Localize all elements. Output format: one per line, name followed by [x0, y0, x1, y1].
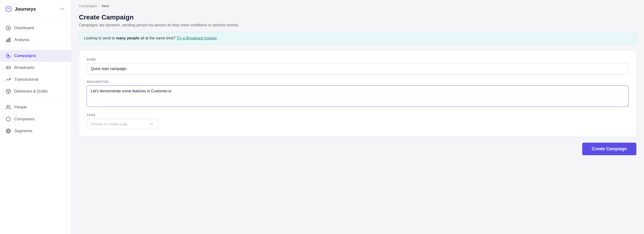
name-label: NAME	[87, 58, 628, 61]
sidebar-item-label: Deliveries & Drafts	[14, 89, 48, 94]
svg-marker-7	[6, 66, 8, 69]
sidebar-item-companies[interactable]: Companies	[0, 113, 71, 125]
sidebar-item-label: Transactional	[14, 77, 38, 82]
campaigns-icon	[6, 53, 11, 58]
info-banner-text-before: Looking to send to	[84, 36, 116, 40]
tags-select-wrapper: Choose or create a tag	[87, 119, 158, 129]
sidebar-item-deliveries-drafts[interactable]: Deliveries & Drafts	[0, 85, 71, 97]
segments-icon	[6, 128, 11, 134]
svg-point-1	[8, 27, 9, 28]
sidebar-divider-1	[4, 48, 67, 48]
tags-placeholder: Choose or create a tag	[91, 122, 127, 126]
collapse-sidebar-button[interactable]: <<	[59, 6, 65, 12]
chevron-down-icon	[150, 122, 154, 126]
sidebar: Journeys << Dashboard Analysis	[0, 0, 71, 234]
description-form-group: DESCRIPTION	[87, 80, 628, 108]
name-input[interactable]	[87, 63, 628, 74]
svg-rect-2	[6, 40, 7, 42]
breadcrumb: Campaigns / New	[79, 4, 636, 8]
sidebar-item-label: Dashboard	[14, 26, 34, 30]
sidebar-item-broadcasts[interactable]: Broadcasts	[0, 62, 71, 74]
tags-select[interactable]: Choose or create a tag	[87, 119, 158, 129]
breadcrumb-campaigns-link[interactable]: Campaigns	[79, 4, 97, 8]
svg-rect-3	[8, 39, 9, 42]
try-broadcast-link[interactable]: Try a Broadcast instead	[176, 36, 216, 40]
sidebar-item-label: Segments	[14, 129, 32, 133]
sidebar-item-analysis[interactable]: Analysis	[0, 34, 71, 46]
sidebar-item-label: Broadcasts	[14, 65, 34, 70]
tags-form-group: TAGS Choose or create a tag	[87, 113, 628, 129]
info-banner-bold-text: many people	[116, 36, 139, 40]
analysis-icon	[6, 37, 11, 42]
page-subtitle: Campaigns are dynamic, sending person-by…	[79, 23, 636, 27]
sidebar-item-people[interactable]: People	[0, 101, 71, 113]
page-title: Create Campaign	[79, 13, 636, 21]
svg-rect-4	[10, 38, 10, 42]
sidebar-item-label: Companies	[14, 117, 35, 122]
sidebar-item-label: Analysis	[14, 37, 29, 42]
breadcrumb-bar: Campaigns / New	[71, 0, 644, 10]
sidebar-title: Journeys	[15, 6, 36, 12]
create-campaign-button[interactable]: Create Campaign	[582, 143, 636, 155]
main-content: Campaigns / New Create Campaign Campaign…	[71, 0, 644, 234]
breadcrumb-separator: /	[99, 4, 100, 8]
breadcrumb-current: New	[102, 4, 109, 8]
deliveries-icon	[6, 89, 11, 94]
dashboard-icon	[6, 25, 11, 31]
sidebar-logo: Journeys	[5, 5, 36, 13]
sidebar-item-label: Campaigns	[14, 53, 36, 58]
info-banner-text-after: all at the same time?	[139, 36, 176, 40]
sidebar-header: Journeys <<	[0, 0, 71, 18]
sidebar-item-campaigns[interactable]: Campaigns	[0, 50, 71, 62]
page-header: Create Campaign Campaigns are dynamic, s…	[79, 13, 636, 27]
page-body: Create Campaign Campaigns are dynamic, s…	[71, 10, 644, 234]
description-label: DESCRIPTION	[87, 80, 628, 84]
svg-point-6	[8, 55, 8, 56]
broadcasts-icon	[6, 65, 11, 70]
journeys-logo-icon	[5, 5, 12, 13]
sidebar-item-segments[interactable]: Segments	[0, 125, 71, 137]
info-banner: Looking to send to many people all at th…	[79, 32, 636, 44]
tags-label: TAGS	[87, 113, 628, 117]
create-campaign-form-card: NAME DESCRIPTION TAGS Choose or create a…	[79, 50, 636, 137]
people-icon	[6, 105, 11, 110]
sidebar-item-label: People	[14, 105, 27, 110]
sidebar-divider-2	[4, 99, 67, 99]
description-textarea[interactable]	[87, 85, 628, 107]
page-footer: Create Campaign	[79, 143, 636, 157]
sidebar-item-transactional[interactable]: Transactional	[0, 74, 71, 85]
sidebar-item-dashboard[interactable]: Dashboard	[0, 22, 71, 34]
info-banner-link-suffix: .	[216, 36, 218, 40]
name-form-group: NAME	[87, 58, 628, 74]
sidebar-navigation: Dashboard Analysis Campaigns	[0, 18, 71, 141]
svg-point-8	[7, 105, 8, 107]
transactional-icon	[6, 77, 11, 82]
companies-icon	[6, 117, 11, 122]
